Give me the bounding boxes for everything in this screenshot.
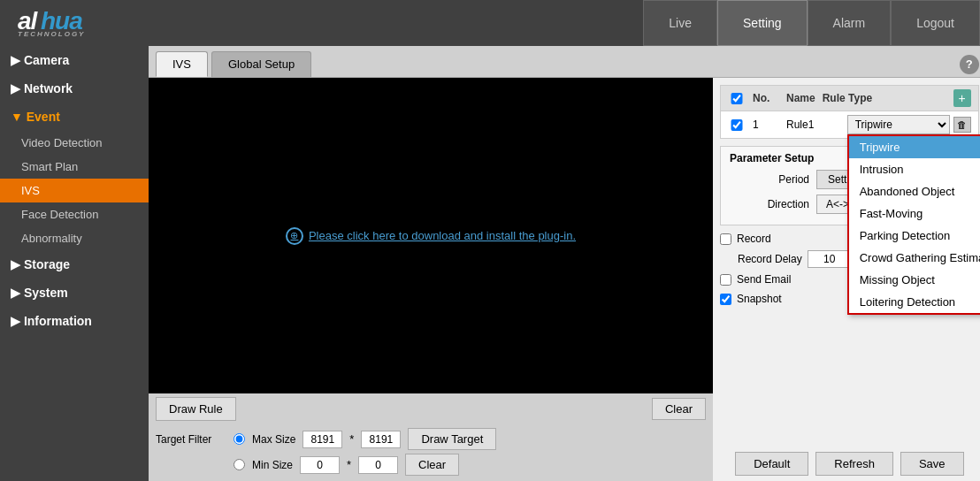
record-delay-input[interactable] [808, 250, 852, 268]
top-navigation: Live Setting Alarm Logout [643, 0, 980, 46]
add-rule-button[interactable]: + [953, 89, 971, 107]
sidebar-item-information[interactable]: ▶ Information [0, 307, 149, 335]
rules-table: No. Name Rule Type + 1 Rule1 Tripwire [720, 85, 979, 139]
right-panel: No. Name Rule Type + 1 Rule1 Tripwire [713, 78, 980, 481]
rule-type-select[interactable]: Tripwire [847, 115, 950, 134]
send-email-label: Send Email [737, 273, 791, 286]
main-layout: ▶ Camera ▶ Network ▼ Event Video Detecti… [0, 46, 980, 481]
min-height-input[interactable] [358, 456, 398, 474]
sidebar: ▶ Camera ▶ Network ▼ Event Video Detecti… [0, 46, 149, 481]
record-label: Record [737, 233, 771, 245]
period-label: Period [730, 173, 809, 186]
nav-alarm[interactable]: Alarm [808, 0, 892, 46]
min-size-radio[interactable] [234, 459, 245, 470]
clear-button-bottom[interactable]: Clear [405, 454, 459, 476]
download-text: Please click here to download and instal… [309, 229, 576, 242]
bottom-buttons: Default Refresh Save [713, 447, 980, 481]
max-size-radio[interactable] [234, 433, 245, 445]
min-width-input[interactable] [300, 456, 340, 474]
send-email-checkbox[interactable] [720, 274, 731, 286]
dropdown-item-fast-moving[interactable]: Fast-Moving [849, 202, 980, 225]
refresh-button[interactable]: Refresh [815, 452, 893, 476]
rule-name: Rule1 [786, 118, 840, 131]
delete-rule-button[interactable]: 🗑 [953, 117, 971, 133]
record-delay-label: Record Delay [738, 253, 802, 265]
dropdown-item-loitering-detection[interactable]: Loitering Detection [849, 291, 980, 313]
select-all-checkbox[interactable] [728, 93, 746, 104]
max-size-label: Max Size [252, 433, 295, 446]
download-message[interactable]: ⊕ Please click here to download and inst… [286, 227, 576, 245]
target-filter-label: Target Filter [156, 433, 226, 446]
sidebar-item-video-detection[interactable]: Video Detection [0, 131, 149, 155]
sidebar-item-storage[interactable]: ▶ Storage [0, 250, 149, 279]
nav-setting[interactable]: Setting [717, 0, 808, 46]
sidebar-item-network[interactable]: ▶ Network [0, 74, 149, 103]
dropdown-item-missing-object[interactable]: Missing Object [849, 269, 980, 291]
save-button[interactable]: Save [900, 452, 964, 476]
svg-text:TECHNOLOGY: TECHNOLOGY [18, 30, 85, 36]
rules-table-header: No. Name Rule Type + [721, 86, 978, 111]
brand-name: al hua TECHNOLOGY [18, 19, 124, 41]
record-checkbox[interactable] [720, 233, 731, 245]
snapshot-checkbox[interactable] [720, 294, 731, 305]
logo: al hua TECHNOLOGY [0, 4, 142, 42]
dropdown-item-crowd-gathering[interactable]: Crowd Gathering Estimation [849, 247, 980, 269]
draw-rule-button[interactable]: Draw Rule [156, 397, 236, 421]
dropdown-item-parking-detection[interactable]: Parking Detection [849, 225, 980, 247]
draw-rule-row: Draw Rule Clear [149, 393, 713, 424]
download-icon: ⊕ [286, 227, 303, 245]
target-filter-min-row: Min Size * Clear [156, 454, 706, 476]
max-width-input[interactable] [302, 431, 342, 448]
min-size-label: Min Size [252, 459, 293, 471]
clear-button-top[interactable]: Clear [652, 398, 706, 420]
dropdown-item-abandoned-object[interactable]: Abandoned Object [849, 180, 980, 202]
max-height-input[interactable] [361, 431, 401, 448]
target-filter-max-row: Target Filter Max Size * Draw Target [156, 428, 706, 450]
sidebar-item-face-detection[interactable]: Face Detection [0, 202, 149, 226]
sidebar-item-abnormality[interactable]: Abnormality [0, 226, 149, 250]
snapshot-label: Snapshot [737, 293, 782, 305]
dropdown-item-intrusion[interactable]: Intrusion [849, 158, 980, 180]
nav-live[interactable]: Live [643, 0, 717, 46]
rule-number: 1 [753, 118, 779, 131]
rule-type-cell: Tripwire 🗑 Tripwire Intrusion Abandoned … [847, 115, 971, 134]
tab-ivs[interactable]: IVS [156, 51, 208, 77]
target-filter-area: Target Filter Max Size * Draw Target Min… [149, 424, 713, 481]
max-size-separator: * [349, 432, 354, 446]
col-no-header: No. [753, 92, 779, 104]
nav-logout[interactable]: Logout [891, 0, 980, 46]
top-bar: al hua TECHNOLOGY Live Setting Alarm Log… [0, 0, 980, 46]
draw-target-button[interactable]: Draw Target [408, 428, 496, 450]
tab-bar: IVS Global Setup ? [149, 46, 980, 78]
sidebar-item-event[interactable]: ▼ Event [0, 103, 149, 131]
sidebar-item-camera[interactable]: ▶ Camera [0, 46, 149, 74]
content-area: IVS Global Setup ? ⊕ Please click here t… [149, 46, 980, 481]
dropdown-item-tripwire[interactable]: Tripwire [849, 136, 980, 158]
video-column: ⊕ Please click here to download and inst… [149, 78, 713, 481]
min-size-separator: * [347, 458, 351, 471]
sidebar-item-ivs[interactable]: IVS [0, 179, 149, 202]
table-row: 1 Rule1 Tripwire 🗑 Tripwire Intrusion [721, 111, 978, 138]
sidebar-item-system[interactable]: ▶ System [0, 279, 149, 307]
col-type-header: Rule Type [823, 92, 946, 104]
rule-type-dropdown: Tripwire Intrusion Abandoned Object Fast… [847, 134, 980, 315]
panel-body: ⊕ Please click here to download and inst… [149, 78, 980, 481]
rule-checkbox[interactable] [728, 119, 746, 131]
direction-label: Direction [730, 198, 809, 210]
col-name-header: Name [786, 92, 815, 104]
video-screen: ⊕ Please click here to download and inst… [149, 78, 713, 393]
help-icon[interactable]: ? [960, 55, 979, 74]
tab-global-setup[interactable]: Global Setup [211, 51, 311, 77]
default-button[interactable]: Default [735, 452, 808, 476]
sidebar-item-smart-plan[interactable]: Smart Plan [0, 155, 149, 179]
